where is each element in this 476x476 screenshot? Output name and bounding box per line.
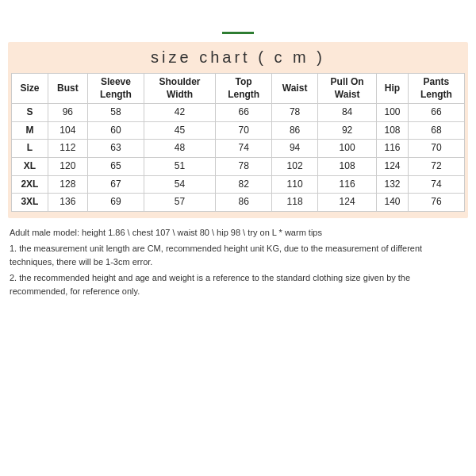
table-cell: 78 bbox=[272, 104, 318, 122]
size-table: SizeBustSleeve LengthShoulder WidthTop L… bbox=[11, 73, 465, 212]
table-header: Pull On Waist bbox=[317, 74, 376, 104]
table-cell: 78 bbox=[216, 157, 272, 175]
table-cell: 86 bbox=[216, 194, 272, 212]
chart-title: size chart ( c m ) bbox=[11, 48, 465, 67]
note-2: 2. the recommended height and age and we… bbox=[10, 271, 466, 298]
table-header: Sleeve Length bbox=[87, 74, 144, 104]
table-cell: 70 bbox=[216, 121, 272, 140]
table-cell: 74 bbox=[216, 140, 272, 158]
table-header: Bust bbox=[48, 74, 87, 104]
table-header: Shoulder Width bbox=[144, 74, 216, 104]
table-cell: 60 bbox=[87, 121, 144, 140]
table-header: Hip bbox=[377, 74, 409, 104]
table-cell: 74 bbox=[408, 175, 464, 194]
page-wrapper: size chart ( c m ) SizeBustSleeve Length… bbox=[0, 0, 476, 476]
table-cell: 84 bbox=[317, 104, 376, 122]
table-cell: 120 bbox=[48, 157, 87, 175]
table-cell: 42 bbox=[144, 104, 216, 122]
table-cell: 70 bbox=[408, 140, 464, 158]
table-cell: 94 bbox=[272, 140, 318, 158]
table-row: 3XL13669578611812414076 bbox=[12, 194, 465, 212]
table-cell: 69 bbox=[87, 194, 144, 212]
table-cell: 86 bbox=[272, 121, 318, 140]
table-cell: 102 bbox=[272, 157, 318, 175]
table-row: S96584266788410066 bbox=[12, 104, 465, 122]
table-cell: 57 bbox=[144, 194, 216, 212]
table-cell: 92 bbox=[317, 121, 376, 140]
table-cell: 82 bbox=[216, 175, 272, 194]
table-cell: 112 bbox=[48, 140, 87, 158]
table-cell: 68 bbox=[408, 121, 464, 140]
table-cell: 100 bbox=[317, 140, 376, 158]
table-cell: 118 bbox=[272, 194, 318, 212]
table-cell: 2XL bbox=[12, 175, 48, 194]
table-cell: 3XL bbox=[12, 194, 48, 212]
table-header: Pants Length bbox=[408, 74, 464, 104]
table-cell: 136 bbox=[48, 194, 87, 212]
table-cell: 116 bbox=[317, 175, 376, 194]
table-cell: 66 bbox=[216, 104, 272, 122]
notes-section: Adult male model: height 1.86 \ chest 10… bbox=[8, 226, 468, 301]
table-header: Waist bbox=[272, 74, 318, 104]
table-row: XL12065517810210812472 bbox=[12, 157, 465, 175]
table-header: Size bbox=[12, 74, 48, 104]
table-cell: 96 bbox=[48, 104, 87, 122]
chart-box: size chart ( c m ) SizeBustSleeve Length… bbox=[8, 42, 468, 218]
table-cell: L bbox=[12, 140, 48, 158]
table-cell: 54 bbox=[144, 175, 216, 194]
table-cell: 72 bbox=[408, 157, 464, 175]
table-cell: 132 bbox=[377, 175, 409, 194]
table-cell: 48 bbox=[144, 140, 216, 158]
table-cell: 45 bbox=[144, 121, 216, 140]
table-cell: 140 bbox=[377, 194, 409, 212]
table-cell: 110 bbox=[272, 175, 318, 194]
table-row: 2XL12867548211011613274 bbox=[12, 175, 465, 194]
table-header: Top Length bbox=[216, 74, 272, 104]
table-cell: S bbox=[12, 104, 48, 122]
table-row: L1126348749410011670 bbox=[12, 140, 465, 158]
table-cell: 58 bbox=[87, 104, 144, 122]
table-cell: XL bbox=[12, 157, 48, 175]
table-cell: 128 bbox=[48, 175, 87, 194]
note-1: 1. the measurement unit length are CM, r… bbox=[10, 242, 466, 268]
table-cell: 51 bbox=[144, 157, 216, 175]
table-cell: 124 bbox=[377, 157, 409, 175]
table-row: M104604570869210868 bbox=[12, 121, 465, 140]
table-cell: 100 bbox=[377, 104, 409, 122]
table-cell: 65 bbox=[87, 157, 144, 175]
table-cell: 67 bbox=[87, 175, 144, 194]
table-cell: 76 bbox=[408, 194, 464, 212]
table-cell: M bbox=[12, 121, 48, 140]
table-cell: 63 bbox=[87, 140, 144, 158]
table-cell: 116 bbox=[377, 140, 409, 158]
green-line bbox=[222, 32, 254, 34]
table-cell: 108 bbox=[317, 157, 376, 175]
table-cell: 124 bbox=[317, 194, 376, 212]
table-cell: 104 bbox=[48, 121, 87, 140]
model-info: Adult male model: height 1.86 \ chest 10… bbox=[10, 226, 466, 240]
table-cell: 108 bbox=[377, 121, 409, 140]
table-cell: 66 bbox=[408, 104, 464, 122]
